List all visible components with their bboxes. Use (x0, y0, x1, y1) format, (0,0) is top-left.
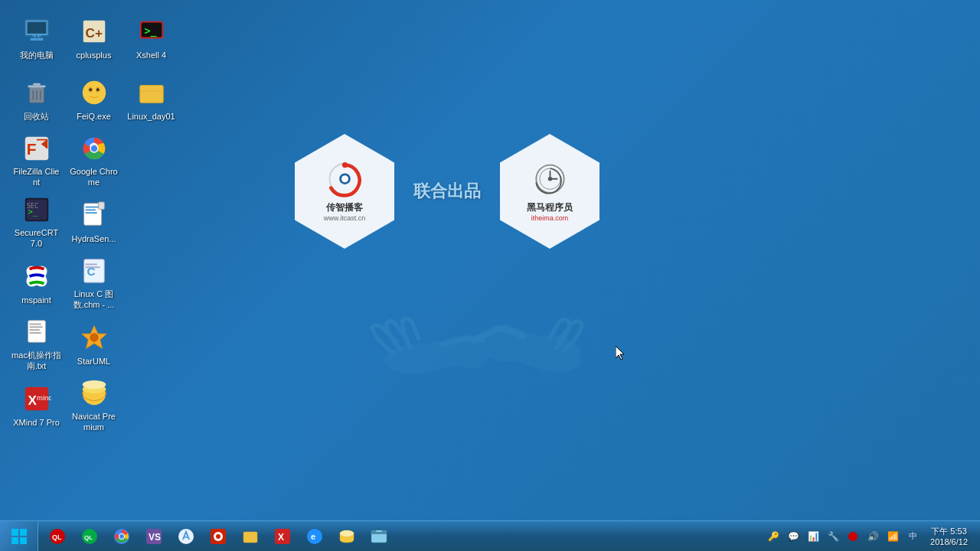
recycle-bin-label: 回收站 (24, 111, 49, 122)
my-computer-label: 我的电脑 (20, 50, 54, 60)
tb-sys-1[interactable]: 🔑 (765, 523, 782, 550)
svg-rect-44 (85, 266, 100, 268)
svg-point-30 (90, 145, 97, 152)
xshell4-label: Xshell 4 (136, 50, 166, 60)
taskbar: QL QL V (0, 520, 980, 551)
itheima-hex-shape: 黑马程序员 itheima.com (500, 134, 599, 249)
filezilla-icon[interactable]: F FileZilla Client (8, 130, 65, 191)
svg-point-60 (341, 161, 347, 167)
mac-guide-img (21, 318, 52, 347)
recycle-bin-icon[interactable]: 回收站 (8, 69, 65, 130)
desktop-icons-area: 我的电脑 C+ cplusplus >_ (8, 8, 180, 436)
svg-rect-38 (85, 212, 96, 214)
navicat-img (79, 379, 109, 408)
svg-rect-22 (139, 85, 162, 103)
cplusplus-label: cplusplus (77, 50, 112, 60)
hydraserver-icon[interactable]: HydraSen... (65, 191, 122, 253)
handshake-svg (360, 283, 605, 406)
svg-rect-43 (85, 263, 96, 265)
icon-row-3: F FileZilla Client (8, 130, 180, 191)
taskbar-clock[interactable]: 下午 5:53 2018/6/12 (924, 526, 974, 546)
mspaint-label: mspaint (21, 295, 51, 305)
feiq-img (79, 77, 109, 108)
tb-ql-icon[interactable]: QL (42, 522, 73, 551)
svg-point-58 (82, 380, 105, 389)
itcast-hex-shape: 传智播客 www.itcast.cn (295, 134, 394, 249)
cplusplus-img: C+ (79, 16, 109, 47)
icon-row-1: 我的电脑 C+ cplusplus >_ (8, 8, 180, 69)
tb-db-icon[interactable] (332, 522, 362, 551)
itheima-url: itheima.com (531, 214, 569, 222)
my-computer-img (21, 16, 52, 47)
xshell4-img: >_ (136, 16, 167, 47)
svg-point-18 (89, 88, 92, 91)
tb-sys-4[interactable]: 🔧 (825, 523, 841, 550)
svg-text:mind: mind (37, 393, 51, 402)
filezilla-img: F (21, 134, 52, 163)
tb-files-icon[interactable] (235, 522, 266, 551)
mspaint-icon[interactable]: mspaint (8, 253, 65, 314)
linux-c-chm-icon[interactable]: C Linux C 图数.chm - ... (65, 253, 122, 314)
svg-rect-39 (98, 202, 104, 210)
svg-rect-87 (243, 532, 257, 543)
staruml-icon[interactable]: StarUML (65, 314, 122, 375)
svg-rect-1 (27, 21, 46, 33)
tb-paint-icon[interactable] (171, 522, 201, 551)
google-chrome-img (79, 134, 109, 163)
svg-rect-69 (20, 529, 27, 536)
recycle-bin-img (21, 77, 52, 108)
my-computer-icon[interactable]: 我的电脑 (8, 8, 65, 69)
tb-ie-icon[interactable]: e (299, 522, 330, 551)
desktop: 我的电脑 C+ cplusplus >_ (0, 0, 980, 520)
linux-day01-icon[interactable]: Linux_day01 (122, 69, 180, 130)
icon-row-7: X mind XMind 7 Pro Navicat Premium (8, 375, 180, 436)
hydraserver-label: HydraSen... (71, 233, 116, 244)
tb-explorer-icon[interactable] (364, 522, 394, 551)
svg-point-93 (340, 530, 354, 536)
svg-rect-71 (20, 537, 27, 544)
hydraserver-img (79, 200, 109, 230)
svg-text:X: X (278, 532, 284, 543)
mac-guide-icon[interactable]: mac机操作指南.txt (8, 314, 65, 375)
tb-sys-red[interactable] (844, 523, 861, 550)
securecrt-icon[interactable]: >_ SEC SecureCRT 7.0 (8, 191, 65, 253)
navicat-icon[interactable]: Navicat Premium (65, 375, 122, 436)
feiq-label: FeiQ.exe (77, 111, 111, 122)
filezilla-label: FileZilla Client (11, 166, 61, 188)
taskbar-icons: QL QL V (38, 521, 398, 551)
svg-point-67 (547, 177, 551, 181)
itcast-url: www.itcast.cn (324, 214, 366, 222)
tb-chrome-icon[interactable] (106, 522, 137, 551)
tb-ql2-icon[interactable]: QL (74, 522, 105, 551)
tb-sys-6[interactable]: 📶 (884, 523, 901, 550)
start-button[interactable] (0, 521, 38, 552)
svg-text:VS: VS (149, 532, 161, 543)
tb-sys-3[interactable]: 📊 (805, 523, 822, 550)
svg-text:SEC: SEC (26, 202, 38, 210)
tb-sys-2[interactable]: 💬 (785, 523, 802, 550)
svg-rect-10 (33, 83, 41, 85)
xmind7-icon[interactable]: X mind XMind 7 Pro (8, 375, 65, 436)
xshell4-icon[interactable]: >_ Xshell 4 (122, 8, 180, 69)
tb-xmind-icon[interactable]: X (267, 522, 298, 551)
linux-c-chm-img: C (79, 256, 109, 285)
securecrt-img: >_ SEC (21, 195, 52, 224)
icon-row-2: 回收站 FeiQ.exe (8, 69, 180, 130)
svg-rect-2 (31, 38, 42, 40)
svg-point-78 (119, 534, 124, 539)
handshake-watermark (337, 276, 628, 413)
tb-vs-icon[interactable]: VS (139, 522, 169, 551)
xmind7-label: XMind 7 Pro (13, 417, 60, 428)
tb-sys-7[interactable]: 中 (904, 523, 921, 550)
google-chrome-icon[interactable]: Google Chrome (65, 130, 122, 191)
tb-snagit-icon[interactable] (203, 522, 234, 551)
svg-text:QL: QL (52, 533, 62, 541)
svg-rect-48 (29, 329, 39, 331)
svg-text:e: e (311, 532, 315, 541)
google-chrome-label: Google Chrome (69, 166, 119, 188)
svg-text:C+: C+ (85, 25, 102, 40)
svg-text:X: X (28, 393, 37, 407)
cplusplus-icon[interactable]: C+ cplusplus (65, 8, 122, 69)
tb-sys-5[interactable]: 🔊 (864, 523, 881, 550)
feiq-icon[interactable]: FeiQ.exe (65, 69, 122, 130)
